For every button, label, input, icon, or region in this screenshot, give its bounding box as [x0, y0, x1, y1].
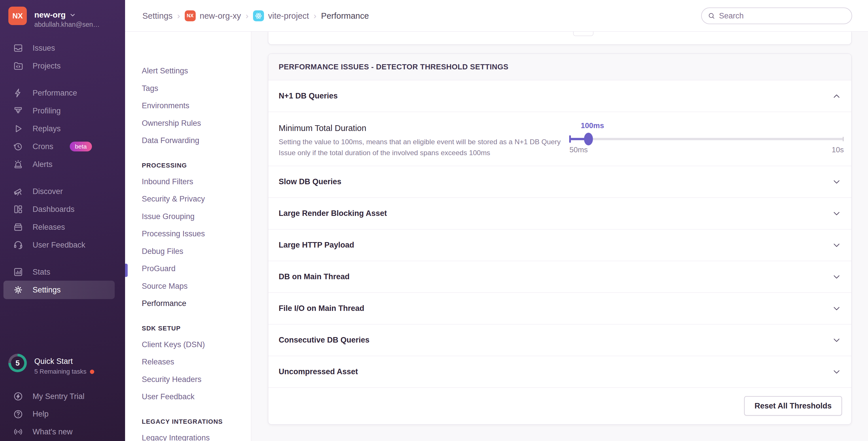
sidebar-item-label: Discover: [33, 187, 63, 196]
accordion-row-file-i-o-on-main-thread[interactable]: File I/O on Main Thread: [268, 293, 851, 325]
react-project-icon: [253, 10, 264, 21]
sidebar-item-label: Alerts: [33, 160, 53, 169]
sidebar-item-issues[interactable]: Issues: [0, 41, 125, 55]
reset-all-thresholds-button[interactable]: Reset All Thresholds: [744, 396, 842, 416]
settings-nav-item-legacy-integrations[interactable]: Legacy Integrations: [125, 432, 251, 441]
breadcrumb-label: Performance: [321, 11, 369, 21]
sidebar-footer-my-sentry-trial[interactable]: My Sentry Trial: [0, 389, 125, 403]
settings-nav-item-environments[interactable]: Environments: [125, 100, 251, 111]
sidebar-item-label: Projects: [33, 62, 61, 70]
sidebar-footer-what-s-new[interactable]: What's new: [0, 425, 125, 439]
user-feedback-icon: [12, 239, 24, 251]
projects-icon: [12, 60, 24, 72]
search-input[interactable]: [719, 11, 840, 21]
sidebar-item-alerts[interactable]: Alerts: [0, 158, 125, 171]
settings-nav-item-user-feedback[interactable]: User Feedback: [125, 391, 251, 402]
slider-max-label: 10s: [832, 145, 844, 154]
slider-thumb[interactable]: [584, 133, 593, 145]
accordion-row-title: Large Render Blocking Asset: [279, 209, 387, 218]
settings-nav-item-performance[interactable]: Performance: [125, 298, 251, 309]
search-icon: [708, 12, 716, 20]
quick-start-progress-ring[interactable]: 5: [8, 354, 27, 372]
breadcrumb-vite-project[interactable]: vite-project: [253, 10, 309, 21]
slider-min-label: 50ms: [569, 145, 588, 154]
chevron-down-icon: [832, 273, 841, 281]
gear-icon: [12, 284, 24, 296]
panel-title: PERFORMANCE ISSUES - DETECTOR THRESHOLD …: [268, 54, 851, 80]
partial-input-remnant: [573, 32, 593, 36]
quick-start-count: 5: [11, 357, 24, 370]
sidebar-item-label: Replays: [33, 124, 61, 133]
accordion-row-consecutive-db-queries[interactable]: Consecutive DB Queries: [268, 325, 851, 356]
accordion-row-db-on-main-thread[interactable]: DB on Main Thread: [268, 261, 851, 293]
settings-nav-item-client-keys-dsn[interactable]: Client Keys (DSN): [125, 339, 251, 350]
accordion-row-n1-db-queries[interactable]: N+1 DB Queries: [268, 80, 851, 112]
sidebar-item-projects[interactable]: Projects: [0, 59, 125, 73]
sidebar-item-replays[interactable]: Replays: [0, 122, 125, 136]
org-name: new-org: [34, 10, 66, 20]
sidebar-item-discover[interactable]: Discover: [0, 184, 125, 198]
breadcrumb-label: Settings: [142, 11, 173, 21]
org-avatar[interactable]: NX: [8, 7, 27, 25]
bolt-circle-icon: [12, 391, 24, 402]
sidebar-footer-help[interactable]: Help: [0, 407, 125, 421]
breadcrumb-separator: ›: [246, 11, 248, 21]
search-box[interactable]: [701, 7, 852, 24]
sidebar-item-profiling[interactable]: Profiling: [0, 104, 125, 118]
discover-icon: [12, 186, 24, 197]
settings-nav-item-inbound-filters[interactable]: Inbound Filters: [125, 176, 251, 188]
settings-nav-item-ownership-rules[interactable]: Ownership Rules: [125, 117, 251, 129]
issues-icon: [12, 42, 24, 54]
sidebar-item-releases[interactable]: Releases: [0, 220, 125, 234]
beta-badge: beta: [70, 142, 92, 151]
settings-nav-item-issue-grouping[interactable]: Issue Grouping: [125, 211, 251, 222]
nav-section-header-processing: PROCESSING: [125, 160, 251, 171]
sidebar-item-user-feedback[interactable]: User Feedback: [0, 238, 125, 252]
settings-nav-item-proguard[interactable]: ProGuard: [125, 263, 251, 274]
settings-nav-item-debug-files[interactable]: Debug Files: [125, 245, 251, 257]
sidebar-item-label: Issues: [33, 44, 55, 53]
org-badge-icon: NX: [185, 10, 196, 21]
sidebar-item-performance[interactable]: Performance: [0, 86, 125, 100]
settings-nav-item-security-headers[interactable]: Security Headers: [125, 374, 251, 385]
slider-value-label: 100ms: [572, 121, 613, 130]
chevron-down-icon: [69, 11, 76, 19]
chevron-up-icon: [832, 92, 841, 100]
quick-start-label[interactable]: Quick Start: [34, 357, 73, 366]
sidebar-item-label: User Feedback: [33, 241, 85, 249]
notification-dot: [90, 370, 94, 374]
breadcrumb-new-org-xy[interactable]: NXnew-org-xy: [185, 10, 241, 21]
settings-nav-item-tags[interactable]: Tags: [125, 82, 251, 94]
breadcrumb-settings[interactable]: Settings: [142, 11, 173, 21]
settings-nav-item-data-forwarding[interactable]: Data Forwarding: [125, 135, 251, 146]
sidebar-item-settings[interactable]: Settings: [0, 283, 125, 297]
broadcast-icon: [12, 426, 24, 438]
profiling-icon: [12, 105, 24, 116]
accordion-row-slow-db-queries[interactable]: Slow DB Queries: [268, 166, 851, 198]
help-circle-icon: [12, 408, 24, 420]
n1-db-queries-settings: Minimum Total Duration Setting the value…: [268, 112, 851, 166]
slider-rail[interactable]: [569, 138, 844, 140]
accordion-row-title: DB on Main Thread: [279, 272, 349, 281]
settings-nav-item-processing-issues[interactable]: Processing Issues: [125, 228, 251, 239]
sidebar-item-crons[interactable]: Cronsbeta: [0, 140, 125, 154]
settings-nav-item-alert-settings[interactable]: Alert Settings: [125, 65, 251, 76]
setting-label: Minimum Total Duration: [279, 124, 570, 133]
chevron-down-icon: [832, 241, 841, 249]
sidebar-item-dashboards[interactable]: Dashboards: [0, 202, 125, 216]
chevron-down-icon: [832, 209, 841, 218]
settings-nav-item-releases[interactable]: Releases: [125, 356, 251, 368]
accordion-row-large-render-blocking-asset[interactable]: Large Render Blocking Asset: [268, 198, 851, 230]
sidebar-item-stats[interactable]: Stats: [0, 265, 125, 279]
accordion-row-large-http-payload[interactable]: Large HTTP Payload: [268, 230, 851, 261]
settings-nav-item-security-privacy[interactable]: Security & Privacy: [125, 193, 251, 205]
sidebar-item-label: Settings: [33, 285, 61, 295]
slider-start-cap: [569, 135, 571, 143]
setting-text: Minimum Total Duration Setting the value…: [279, 124, 570, 158]
org-switcher[interactable]: new-org: [34, 10, 76, 20]
breadcrumb: Settings›NXnew-org-xy›vite-project›Perfo…: [142, 0, 369, 32]
settings-nav-item-source-maps[interactable]: Source Maps: [125, 280, 251, 292]
accordion-row-uncompressed-asset[interactable]: Uncompressed Asset: [268, 356, 851, 388]
accordion-row-title: Slow DB Queries: [279, 177, 341, 186]
chevron-down-icon: [832, 336, 841, 345]
